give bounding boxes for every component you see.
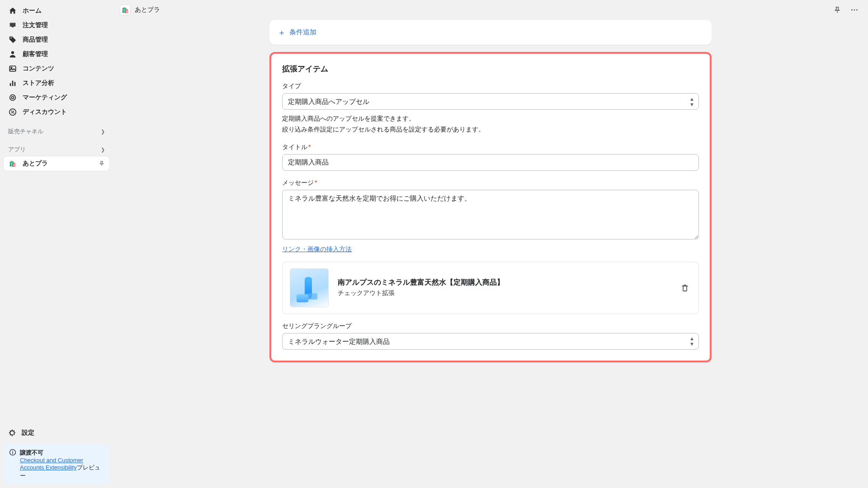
inbox-icon — [8, 21, 17, 30]
svg-rect-3 — [10, 83, 11, 86]
info-icon — [9, 449, 16, 456]
image-icon — [8, 64, 17, 73]
notice-link[interactable]: Checkout and Customer Accounts Extensibi… — [20, 457, 83, 471]
svg-point-6 — [10, 95, 16, 101]
app-badge-icon: 🛍️ — [120, 5, 130, 15]
nav-analytics[interactable]: ストア分析 — [4, 76, 109, 90]
svg-point-7 — [11, 96, 14, 99]
selling-plan-select[interactable]: ミネラルウォーター定期購入商品 — [282, 333, 699, 350]
condition-card: ＋ 条件追加 — [269, 20, 712, 45]
svg-rect-1 — [9, 66, 16, 71]
nav-label: マーケティング — [23, 94, 105, 102]
content-scroll[interactable]: ＋ 条件追加 拡張アイテム タイプ 定期購入商品へアップセル ▲▼ 定期購入商品… — [113, 20, 868, 488]
nav-discounts[interactable]: ディスカウント — [4, 105, 109, 119]
pin-icon — [99, 160, 105, 167]
home-icon — [8, 6, 17, 15]
type-help-line: 絞り込み条件設定にアップセルされる商品を設定する必要があります。 — [282, 124, 699, 135]
section-label: 販売チャネル — [8, 127, 43, 136]
bars-icon — [8, 79, 17, 88]
settings-label: 設定 — [22, 429, 34, 437]
nav-orders[interactable]: 注文管理 — [4, 18, 109, 33]
svg-rect-5 — [14, 82, 16, 86]
nav-label: 注文管理 — [23, 21, 105, 29]
type-help: 定期購入商品へのアップセルを提案できます。 絞り込み条件設定にアップセルされる商… — [282, 113, 699, 135]
svg-point-0 — [11, 51, 14, 54]
pinned-app-atopura[interactable]: 🛍️ あとプラ — [4, 156, 109, 171]
nav-label: コンテンツ — [23, 65, 105, 73]
section-title: 拡張アイテム — [282, 64, 699, 74]
message-label: メッセージ* — [282, 179, 699, 187]
discount-icon — [8, 108, 17, 117]
svg-point-10 — [851, 9, 853, 11]
extension-item-card: 拡張アイテム タイプ 定期購入商品へアップセル ▲▼ 定期購入商品へのアップセル… — [269, 52, 712, 362]
selling-plan-label: セリングプラングループ — [282, 322, 699, 330]
notice-card: 譲渡不可 Checkout and Customer Accounts Exte… — [4, 444, 109, 484]
topbar: 🛍️ あとプラ — [113, 0, 868, 20]
chevron-right-icon: ❯ — [101, 129, 105, 135]
nav-label: 商品管理 — [23, 36, 105, 44]
title-label: タイトル* — [282, 143, 699, 151]
nav-content[interactable]: コンテンツ — [4, 61, 109, 76]
title-input[interactable] — [282, 154, 699, 171]
nav-home[interactable]: ホーム — [4, 4, 109, 18]
nav-marketing[interactable]: マーケティング — [4, 90, 109, 105]
target-icon — [8, 93, 17, 102]
pinned-app-label: あとプラ — [23, 160, 93, 168]
product-title: 南アルプスのミネラル豊富天然水【定期購入商品】 — [338, 278, 670, 287]
notice-body: Checkout and Customer Accounts Extensibi… — [20, 457, 104, 480]
sidebar: ホーム 注文管理 商品管理 顧客管理 コンテンツ ストア分析 — [0, 0, 113, 488]
pin-button[interactable] — [831, 4, 844, 16]
app-badge-icon: 🛍️ — [8, 159, 17, 168]
type-label: タイプ — [282, 82, 699, 90]
app-title: あとプラ — [135, 6, 160, 14]
nav-products[interactable]: 商品管理 — [4, 33, 109, 47]
type-select[interactable]: 定期購入商品へアップセル — [282, 93, 699, 110]
more-button[interactable] — [848, 4, 861, 16]
main: 🛍️ あとプラ ＋ 条件追加 拡張アイテム タイプ 定期購入商品へアッ — [113, 0, 868, 488]
nav-label: ディスカウント — [23, 108, 105, 116]
message-textarea[interactable] — [282, 190, 699, 239]
add-condition-button[interactable]: ＋ 条件追加 — [269, 23, 712, 41]
product-thumbnail — [290, 268, 329, 307]
insert-link-help[interactable]: リンク・画像の挿入方法 — [282, 245, 352, 253]
nav-label: 顧客管理 — [23, 50, 105, 58]
plus-icon: ＋ — [278, 28, 286, 37]
apps-header[interactable]: アプリ ❯ — [4, 143, 109, 156]
add-condition-label: 条件追加 — [289, 28, 316, 37]
type-help-line: 定期購入商品へのアップセルを提案できます。 — [282, 113, 699, 124]
section-label: アプリ — [8, 145, 26, 154]
product-subtitle: チェックアウト拡張 — [338, 289, 670, 297]
sales-channels-header[interactable]: 販売チャネル ❯ — [4, 125, 109, 138]
chevron-right-icon: ❯ — [101, 147, 105, 153]
nav-label: ホーム — [23, 7, 105, 15]
person-icon — [8, 50, 17, 59]
gear-icon — [8, 429, 16, 437]
delete-product-button[interactable] — [679, 282, 691, 294]
svg-point-11 — [854, 9, 855, 11]
tag-icon — [8, 35, 17, 44]
product-card: 南アルプスのミネラル豊富天然水【定期購入商品】 チェックアウト拡張 — [282, 262, 699, 314]
trash-icon — [680, 283, 689, 292]
nav-settings[interactable]: 設定 — [4, 425, 109, 441]
nav-customers[interactable]: 顧客管理 — [4, 47, 109, 61]
nav-label: ストア分析 — [23, 79, 105, 87]
svg-rect-4 — [12, 81, 14, 86]
svg-point-12 — [856, 9, 858, 11]
notice-title: 譲渡不可 — [20, 449, 104, 457]
